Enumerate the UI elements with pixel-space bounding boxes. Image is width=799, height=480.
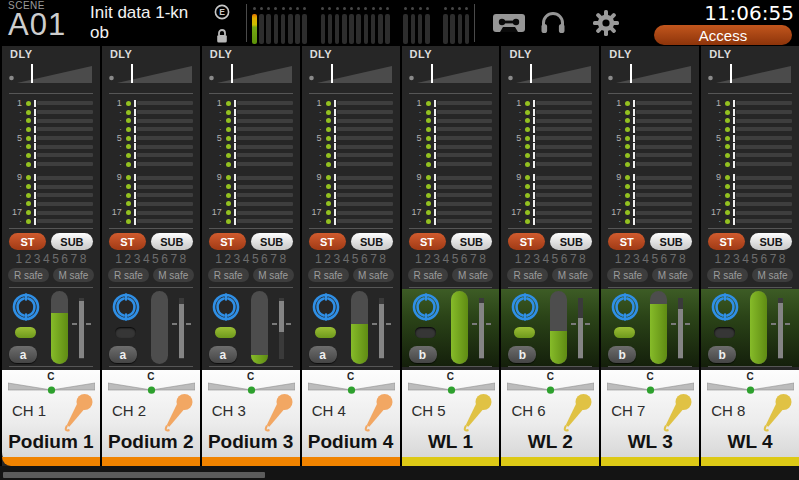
channel-label-card[interactable]: C CH 1 Podium 1	[2, 370, 100, 466]
sub-assign-button[interactable]: SUB	[451, 233, 493, 250]
input-source-badge[interactable]: b	[409, 346, 437, 363]
level-meter-fader[interactable]	[451, 291, 468, 364]
mute-safe-button[interactable]: M safe	[452, 268, 493, 282]
fader-position-bar[interactable]	[578, 298, 583, 359]
scene-button[interactable]: SCENE A01	[8, 1, 66, 40]
delay-wedge-icon[interactable]	[408, 61, 494, 89]
sub-assign-button[interactable]: SUB	[51, 233, 93, 250]
fader-position-bar[interactable]	[79, 298, 84, 359]
level-meter-fader[interactable]	[251, 291, 268, 364]
mute-safe-button[interactable]: M safe	[53, 268, 94, 282]
send-level-track	[237, 219, 293, 223]
level-meter-fader[interactable]	[550, 291, 567, 364]
send-level-track	[636, 119, 692, 123]
send-row[interactable]: ·	[9, 160, 93, 169]
sub-assign-button[interactable]: SUB	[650, 233, 692, 250]
stereo-assign-button[interactable]: ST	[9, 233, 46, 250]
stereo-assign-button[interactable]: ST	[309, 233, 346, 250]
channel-label-card[interactable]: C CH 4 Podium 4	[302, 370, 400, 466]
level-meter-fader[interactable]	[650, 291, 667, 364]
send-row[interactable]: ·	[209, 217, 293, 226]
fader-position-bar[interactable]	[379, 298, 384, 359]
access-button[interactable]: Access	[654, 25, 792, 45]
recall-safe-button[interactable]: R safe	[8, 268, 49, 282]
channel-label-card[interactable]: C CH 2 Podium 2	[102, 370, 200, 466]
sub-assign-button[interactable]: SUB	[351, 233, 393, 250]
send-level-cursor	[334, 109, 336, 116]
recall-safe-button[interactable]: R safe	[208, 268, 249, 282]
sub-assign-button[interactable]: SUB	[550, 233, 592, 250]
level-meter-fader[interactable]	[351, 291, 368, 364]
channel-label-card[interactable]: C CH 7 WL 3	[601, 370, 699, 466]
recall-safe-button[interactable]: R safe	[308, 268, 349, 282]
fader-position-bar[interactable]	[179, 298, 184, 359]
send-row[interactable]: ·	[508, 217, 592, 226]
fader-position-bar[interactable]	[479, 298, 484, 359]
level-meter-fader[interactable]	[51, 291, 68, 364]
send-level-cursor	[533, 100, 535, 107]
level-meter-fader[interactable]	[750, 291, 767, 364]
stereo-assign-button[interactable]: ST	[508, 233, 545, 250]
send-row[interactable]: ·	[109, 217, 193, 226]
send-row[interactable]: ·	[209, 160, 293, 169]
mute-safe-button[interactable]: M safe	[652, 268, 693, 282]
recall-safe-button[interactable]: R safe	[408, 268, 449, 282]
channel-label-card[interactable]: C CH 3 Podium 3	[202, 370, 300, 466]
delay-wedge-icon[interactable]	[707, 61, 793, 89]
stereo-assign-button[interactable]: ST	[209, 233, 246, 250]
input-source-badge[interactable]: b	[608, 346, 636, 363]
delay-wedge-icon[interactable]	[607, 61, 693, 89]
input-source-badge[interactable]: b	[508, 346, 536, 363]
channel-label-card[interactable]: C CH 6 WL 2	[501, 370, 599, 466]
send-row[interactable]: ·	[608, 217, 692, 226]
recall-safe-button[interactable]: R safe	[507, 268, 548, 282]
input-source-badge[interactable]: a	[309, 346, 337, 363]
send-row[interactable]: ·	[9, 217, 93, 226]
mute-safe-button[interactable]: M safe	[752, 268, 793, 282]
sub-assign-button[interactable]: SUB	[750, 233, 792, 250]
mute-safe-button[interactable]: M safe	[353, 268, 394, 282]
channel-label-card[interactable]: C CH 8 WL 4	[701, 370, 799, 466]
recall-safe-button[interactable]: R safe	[707, 268, 748, 282]
send-row[interactable]: ·	[409, 160, 493, 169]
send-row[interactable]: ·	[409, 217, 493, 226]
setup-gear-icon[interactable]	[592, 9, 620, 41]
delay-wedge-icon[interactable]	[208, 61, 294, 89]
fader-position-bar[interactable]	[279, 298, 284, 359]
stereo-assign-button[interactable]: ST	[708, 233, 745, 250]
send-row[interactable]: ·	[708, 160, 792, 169]
fader-position-fill	[379, 304, 384, 358]
stereo-assign-button[interactable]: ST	[409, 233, 446, 250]
input-source-badge[interactable]: a	[9, 346, 37, 363]
send-row[interactable]: ·	[708, 217, 792, 226]
input-source-badge[interactable]: a	[109, 346, 137, 363]
fader-position-bar[interactable]	[678, 298, 683, 359]
level-meter-fader[interactable]	[151, 291, 168, 364]
send-row[interactable]: ·	[508, 160, 592, 169]
recall-safe-button[interactable]: R safe	[108, 268, 149, 282]
sub-assign-button[interactable]: SUB	[251, 233, 293, 250]
send-row[interactable]: ·	[309, 160, 393, 169]
stereo-assign-button[interactable]: ST	[608, 233, 645, 250]
monitor-headphones-icon[interactable]	[540, 10, 566, 40]
mute-safe-button[interactable]: M safe	[552, 268, 593, 282]
stereo-assign-button[interactable]: ST	[109, 233, 146, 250]
send-row[interactable]: ·	[608, 160, 692, 169]
send-level-cursor	[733, 161, 735, 168]
delay-wedge-icon[interactable]	[108, 61, 194, 89]
delay-wedge-icon[interactable]	[8, 61, 94, 89]
fader-position-bar[interactable]	[778, 298, 783, 359]
input-source-badge[interactable]: b	[708, 346, 736, 363]
mute-safe-button[interactable]: M safe	[153, 268, 194, 282]
horizontal-scrollbar-thumb[interactable]	[3, 472, 265, 478]
recorder-icon[interactable]	[492, 11, 526, 39]
send-row[interactable]: ·	[109, 160, 193, 169]
input-source-badge[interactable]: a	[209, 346, 237, 363]
recall-safe-button[interactable]: R safe	[607, 268, 648, 282]
mute-safe-button[interactable]: M safe	[253, 268, 294, 282]
channel-label-card[interactable]: C CH 5 WL 1	[402, 370, 500, 466]
send-row[interactable]: ·	[309, 217, 393, 226]
sub-assign-button[interactable]: SUB	[151, 233, 193, 250]
delay-wedge-icon[interactable]	[507, 61, 593, 89]
delay-wedge-icon[interactable]	[308, 61, 394, 89]
